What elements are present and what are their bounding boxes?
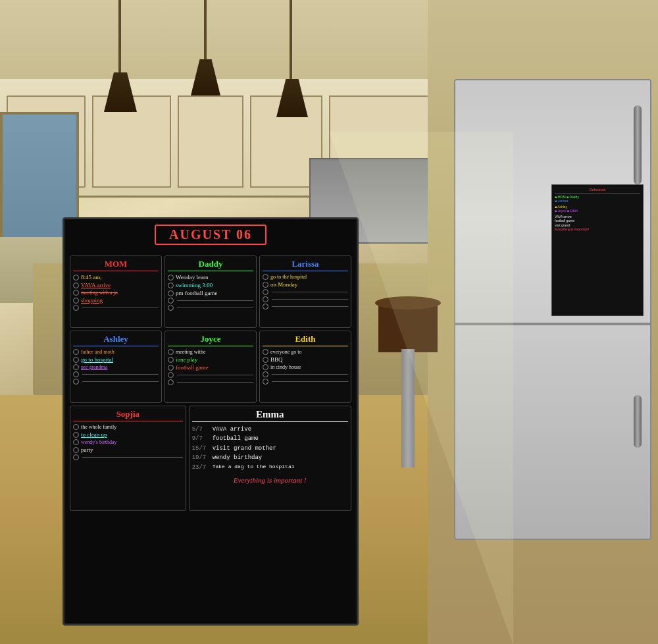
checkbox-icon <box>168 290 174 296</box>
checkbox-icon <box>73 447 79 453</box>
emma-schedule-item-1: 5/7 VAVA arrive <box>192 425 348 434</box>
edith-item-5 <box>263 379 348 385</box>
emma-date-5: 23/7 <box>192 463 209 472</box>
checkbox-icon <box>73 379 79 385</box>
emma-schedule-item-3: 15/7 visit grand mother <box>192 444 348 453</box>
sopjia-task-2: to clean up <box>81 431 107 438</box>
person-cell-sopjia: Sopjia the whole family to clean up wend… <box>70 406 186 511</box>
edith-task-1: everyone go to <box>270 349 302 355</box>
empty-line <box>177 300 253 301</box>
joyce-item-5 <box>168 379 253 385</box>
ashley-item-3: see grandma <box>73 364 159 370</box>
larissa-item-4 <box>263 296 348 302</box>
mom-item-3: meeting with a jo <box>73 290 159 296</box>
edith-item-4 <box>263 371 348 377</box>
emma-date-3: 15/7 <box>192 444 209 453</box>
checkbox-icon <box>168 379 174 385</box>
checkbox-icon <box>263 282 268 288</box>
bottom-grid: Sopjia the whole family to clean up wend… <box>70 406 351 511</box>
emma-schedule-item-5: 23/7 Take a dag to the hospital <box>192 463 348 472</box>
checkbox-icon <box>73 298 79 304</box>
checkbox-icon <box>263 289 268 295</box>
checkbox-icon <box>73 454 79 460</box>
fridge-handle-bottom <box>634 395 642 448</box>
checkbox-icon <box>168 275 174 281</box>
sopjia-item-4: party <box>73 446 183 453</box>
larissa-task-1: go to the hospital <box>270 274 307 280</box>
larissa-item-3 <box>263 289 348 295</box>
person-name-sopjia: Sopjia <box>73 409 183 421</box>
ashley-task-3: see grandma <box>81 364 107 370</box>
emma-date-1: 5/7 <box>192 425 209 434</box>
mom-item-4: shopping <box>73 297 159 304</box>
checkbox-icon <box>263 296 268 302</box>
emma-schedule-item-4: 19/7 wendy birthday <box>192 453 348 462</box>
sopjia-task-3: wendy's birthday <box>81 439 117 445</box>
edith-item-2: BBQ <box>263 356 348 363</box>
mom-task-3: meeting with a jo <box>81 290 118 296</box>
checkbox-icon <box>73 282 79 288</box>
checkbox-icon <box>168 305 174 311</box>
mom-item-2: VAVA arrive <box>73 282 159 288</box>
checkbox-icon <box>73 424 79 430</box>
daddy-task-3: pm football game <box>176 290 217 296</box>
joyce-task-1: meeting withe <box>176 349 206 355</box>
empty-line <box>177 382 253 383</box>
person-name-ashley: Ashley <box>73 334 159 346</box>
cabinet-door-3 <box>178 95 243 188</box>
ashley-item-2: go to hospital <box>73 356 159 363</box>
empty-line <box>82 374 159 375</box>
emma-note: Everything is important ! <box>192 476 348 484</box>
checkbox-icon <box>168 298 174 304</box>
person-name-edith: Edith <box>263 334 348 346</box>
sopjia-item-2: to clean up <box>73 431 183 438</box>
checkbox-icon <box>168 349 174 355</box>
emma-text-5: Take a dag to the hospital <box>213 463 295 472</box>
checkbox-icon <box>263 274 268 280</box>
person-cell-mom: MOM 8:45 am, VAVA arrive meeting with a … <box>70 255 162 328</box>
checkbox-icon <box>73 290 79 296</box>
emma-schedule: 5/7 VAVA arrive 9/7 football game 15/7 v… <box>192 425 348 472</box>
checkbox-icon <box>168 282 174 288</box>
checkbox-icon <box>73 364 79 370</box>
larissa-task-2: on Monday <box>270 281 297 288</box>
person-name-mom: MOM <box>73 259 159 271</box>
checkbox-icon <box>263 349 268 355</box>
empty-line <box>177 375 253 375</box>
person-cell-ashley: Ashley father and moth go to hospital se… <box>70 331 162 403</box>
checkbox-icon <box>263 379 268 385</box>
ashley-item-4 <box>73 371 159 377</box>
pendant-cord-2 <box>204 0 207 66</box>
sopjia-task-4: party <box>81 446 93 453</box>
ashley-item-5 <box>73 379 159 385</box>
emma-schedule-item-2: 9/7 football game <box>192 434 348 443</box>
checkbox-icon <box>73 305 79 311</box>
joyce-item-4 <box>168 372 253 378</box>
checkbox-icon <box>168 365 174 371</box>
checkbox-icon <box>73 349 79 355</box>
empty-line <box>272 292 348 292</box>
pendant-cord-3 <box>290 0 292 86</box>
person-cell-edith: Edith everyone go to BBQ in cindy house <box>259 331 351 403</box>
checkbox-icon <box>168 357 174 363</box>
edith-task-2: BBQ <box>270 356 283 363</box>
larissa-item-5 <box>263 304 348 309</box>
empty-line <box>272 381 348 382</box>
joyce-item-2: ione play <box>168 356 253 363</box>
person-cell-joyce: Joyce meeting withe ione play football g… <box>164 331 257 403</box>
emma-text-2: football game <box>213 434 259 443</box>
daddy-item-4 <box>168 298 253 304</box>
daddy-task-2: swimming 3:00 <box>176 282 213 288</box>
emma-date-4: 19/7 <box>192 453 209 462</box>
ashley-task-2: go to hospital <box>81 356 113 363</box>
chalkboard-schedule: AUGUST 06 MOM 8:45 am, VAVA arrive meeti… <box>63 217 359 626</box>
checkbox-icon <box>73 432 79 438</box>
middle-grid: Ashley father and moth go to hospital se… <box>70 331 351 403</box>
larissa-item-1: go to the hospital <box>263 274 348 280</box>
daddy-item-5 <box>168 305 253 311</box>
empty-line <box>272 299 348 300</box>
sopjia-task-1: the whole family <box>81 424 116 430</box>
person-cell-larissa: Larissa go to the hospital on Monday <box>259 255 351 328</box>
fridge-handle-top <box>634 105 642 184</box>
empty-line <box>82 457 183 458</box>
